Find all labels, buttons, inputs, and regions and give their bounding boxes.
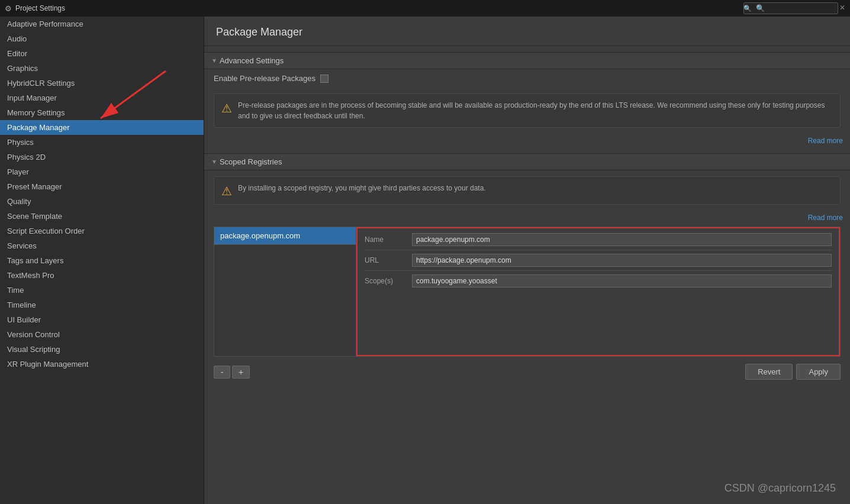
scoped-registries-section: ▼ Scoped Registries ⚠ By installing a sc… [204, 153, 850, 388]
prerelease-info-text: Pre-release packages are in the process … [238, 100, 833, 121]
sidebar-item-package-manager[interactable]: Package Manager [0, 120, 204, 135]
advanced-settings-header[interactable]: ▼ Advanced Settings [204, 52, 850, 69]
sidebar-item-hybridclr[interactable]: HybridCLR Settings [0, 76, 204, 91]
field-scopes-label: Scope(s) [365, 277, 412, 285]
sidebar-item-physics2d[interactable]: Physics 2D [0, 150, 204, 164]
scoped-registries-label: Scoped Registries [220, 157, 282, 166]
add-registry-button[interactable]: + [232, 366, 250, 379]
sidebar-item-services[interactable]: Services [0, 238, 204, 253]
collapse-arrow-icon: ▼ [211, 57, 217, 64]
title-bar: ⚙ Project Settings ⋮ □ ✕ 🔍 [0, 0, 850, 17]
revert-button[interactable]: Revert [745, 364, 793, 380]
registry-actions-row: - + Revert Apply [204, 359, 850, 388]
prerelease-read-more-link[interactable]: Read more [808, 137, 843, 145]
list-buttons-group: - + [214, 366, 250, 379]
sidebar-item-player[interactable]: Player [0, 164, 204, 179]
sidebar-item-time[interactable]: Time [0, 283, 204, 298]
close-icon[interactable]: ✕ [839, 4, 845, 13]
sidebar-item-quality[interactable]: Quality [0, 194, 204, 209]
prerelease-read-more-footer: Read more [204, 134, 850, 147]
field-name-label: Name [365, 235, 412, 244]
save-buttons-group: Revert Apply [745, 364, 841, 380]
page-title: Package Manager [204, 17, 850, 46]
enable-prerelease-label: Enable Pre-release Packages [214, 74, 315, 83]
prerelease-info-box: ⚠ Pre-release packages are in the proces… [214, 93, 841, 128]
scoped-read-more-footer: Read more [204, 211, 850, 224]
registry-detail-panel: Name URL Scope(s) [356, 227, 840, 356]
sidebar-item-script-execution[interactable]: Script Execution Order [0, 224, 204, 238]
sidebar-item-audio[interactable]: Audio [0, 31, 204, 46]
sidebar-item-adaptive-performance[interactable]: Adaptive Performance [0, 17, 204, 31]
scoped-info-box: ⚠ By installing a scoped registry, you m… [214, 176, 841, 205]
apply-button[interactable]: Apply [796, 364, 841, 380]
field-url-input[interactable] [412, 254, 832, 267]
enable-prerelease-row: Enable Pre-release Packages [204, 69, 850, 88]
scoped-warning-icon: ⚠ [221, 184, 232, 198]
title-bar-icon: ⚙ [5, 4, 12, 13]
enable-prerelease-checkbox[interactable] [320, 75, 329, 83]
scoped-warning-text: By installing a scoped registry, you mig… [238, 183, 833, 193]
sidebar-item-tags-layers[interactable]: Tags and Layers [0, 253, 204, 268]
sidebar-item-xr-plugin[interactable]: XR Plugin Management [0, 357, 204, 371]
search-icon: 🔍 [743, 5, 752, 12]
sidebar-item-preset-manager[interactable]: Preset Manager [0, 179, 204, 194]
warning-icon: ⚠ [221, 101, 232, 115]
sidebar-item-ui-builder[interactable]: UI Builder [0, 312, 204, 327]
scoped-read-more-link[interactable]: Read more [808, 214, 843, 222]
advanced-settings-section: ▼ Advanced Settings Enable Pre-release P… [204, 52, 850, 147]
scoped-registries-header[interactable]: ▼ Scoped Registries [204, 153, 850, 170]
sidebar-item-input-manager[interactable]: Input Manager [0, 91, 204, 105]
sidebar-item-scene-template[interactable]: Scene Template [0, 209, 204, 224]
field-scopes-input[interactable] [412, 274, 832, 287]
registry-container: package.openupm.com Name URL [214, 227, 841, 357]
sidebar-item-memory-settings[interactable]: Memory Settings [0, 105, 204, 120]
sidebar: Adaptive Performance Audio Editor Graphi… [0, 17, 204, 504]
registry-list-item[interactable]: package.openupm.com [214, 227, 356, 245]
content-area: Package Manager ▼ Advanced Settings Enab… [204, 17, 850, 504]
registry-list: package.openupm.com [214, 227, 356, 356]
field-url-label: URL [365, 256, 412, 264]
scoped-collapse-icon: ▼ [211, 159, 217, 165]
field-name-input[interactable] [412, 233, 832, 246]
sidebar-item-version-control[interactable]: Version Control [0, 327, 204, 342]
watermark: CSDN @capricorn1245 [725, 482, 836, 495]
sidebar-item-editor[interactable]: Editor [0, 46, 204, 61]
search-input[interactable] [743, 2, 838, 14]
sidebar-item-textmesh[interactable]: TextMesh Pro [0, 268, 204, 283]
field-scopes-row: Scope(s) [365, 274, 832, 287]
sidebar-item-timeline[interactable]: Timeline [0, 298, 204, 312]
title-bar-title: Project Settings [15, 4, 65, 12]
remove-registry-button[interactable]: - [214, 366, 230, 379]
sidebar-item-visual-scripting[interactable]: Visual Scripting [0, 342, 204, 357]
field-url-row: URL [365, 254, 832, 271]
sidebar-item-physics[interactable]: Physics [0, 135, 204, 150]
sidebar-item-graphics[interactable]: Graphics [0, 61, 204, 76]
field-name-row: Name [365, 233, 832, 250]
advanced-settings-label: Advanced Settings [220, 56, 284, 65]
